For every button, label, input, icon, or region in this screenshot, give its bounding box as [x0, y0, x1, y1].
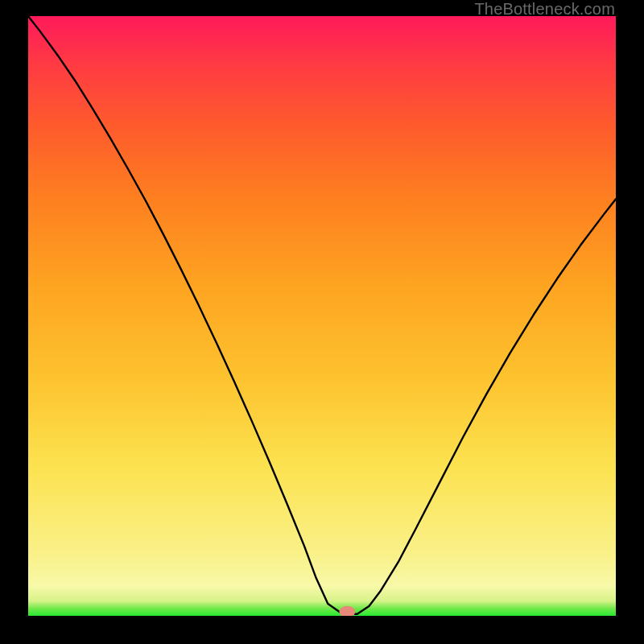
curve-svg	[28, 16, 616, 616]
plot-area	[28, 16, 616, 616]
optimal-point-marker	[339, 606, 355, 616]
chart-container: TheBottleneck.com	[0, 0, 644, 644]
bottleneck-curve	[28, 16, 616, 614]
